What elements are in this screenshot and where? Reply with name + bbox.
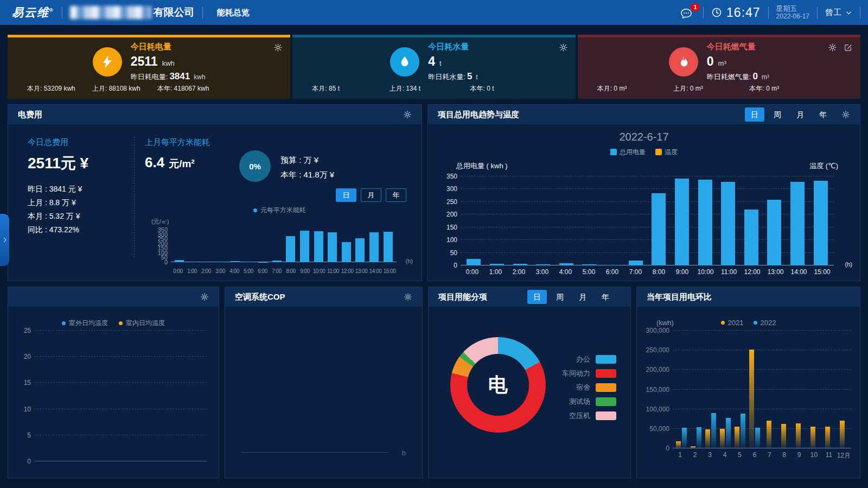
plot-area: 050100150200250300350 xyxy=(461,176,834,265)
bar xyxy=(675,179,689,265)
donut-center-label: 电 xyxy=(488,372,508,398)
legend-dot xyxy=(62,321,66,325)
y-tick-label: 200 xyxy=(439,211,457,218)
legend-item-power[interactable]: 总用电量 xyxy=(610,148,646,157)
bar-2022 xyxy=(682,428,687,448)
tab-year[interactable]: 年 xyxy=(386,188,406,202)
settings-gear-icon[interactable] xyxy=(828,43,837,52)
temperature-legend: 室外日均温度 室内日均温度 xyxy=(8,319,219,328)
user-menu[interactable]: 曾工 xyxy=(825,8,852,18)
compare-panel-body: (kwh) 2021 2022 050,000100,000150,000200… xyxy=(637,307,860,478)
settings-gear-icon[interactable] xyxy=(200,293,209,301)
tab-year[interactable]: 年 xyxy=(596,290,615,304)
y-tick-label: 0 xyxy=(641,445,669,452)
edit-icon[interactable] xyxy=(844,43,853,52)
bar-slot xyxy=(367,230,381,262)
panel-title: 当年项目用电环比 xyxy=(647,292,712,302)
bar-group xyxy=(835,331,850,448)
kpi-cards-row: 今日耗电量 2511kwh 昨日耗电量:3841kwh 本月: 53209 kw… xyxy=(8,35,860,99)
legend-item-2021[interactable]: 2021 xyxy=(721,319,744,327)
x-axis-labels: 0:001:002:003:004:005:006:007:008:009:00… xyxy=(171,265,397,274)
date-label: 2022-06-17 xyxy=(776,12,809,21)
temperature-chart: 0510152025 xyxy=(34,331,207,461)
bar-group xyxy=(806,331,820,448)
x-axis-unit: (h) xyxy=(406,258,413,264)
water-drop-icon xyxy=(390,47,419,77)
legend-item[interactable]: 测试场 xyxy=(562,397,616,407)
legend-item-outdoor[interactable]: 室外日均温度 xyxy=(62,319,108,328)
yesterday-unit: t xyxy=(476,73,477,81)
tab-week[interactable]: 周 xyxy=(550,290,570,304)
gridline xyxy=(34,409,207,409)
budget-block: 预算 : 万 ¥ 本年 : 41.8万 ¥ xyxy=(280,153,334,182)
divider xyxy=(768,7,769,18)
fee-row-yoy: 同比 : 473.22% xyxy=(28,223,88,237)
tab-year[interactable]: 年 xyxy=(813,107,833,122)
settings-gear-icon[interactable] xyxy=(559,43,568,52)
legend-item-indoor[interactable]: 室内日均温度 xyxy=(119,319,165,328)
bar-2022 xyxy=(741,414,745,448)
current-time: 16:47 xyxy=(726,5,761,20)
nav-item-energy-overview[interactable]: 能耗总览 xyxy=(210,8,256,18)
x-axis-line xyxy=(34,461,207,461)
tab-week[interactable]: 周 xyxy=(768,107,787,122)
bar xyxy=(814,181,828,265)
bar xyxy=(286,236,295,262)
x-tick-label: 7:00 xyxy=(270,265,284,274)
panel-title: 空调系统COP xyxy=(235,292,285,302)
tab-day[interactable]: 日 xyxy=(745,107,764,122)
legend-item[interactable]: 空压机 xyxy=(562,411,616,421)
tab-month[interactable]: 月 xyxy=(573,290,592,304)
bar-slot xyxy=(647,176,671,265)
tab-month[interactable]: 月 xyxy=(790,107,810,122)
budget-year-row: 本年 : 41.8万 ¥ xyxy=(280,167,334,182)
tab-day[interactable]: 日 xyxy=(336,188,356,202)
bar-slot xyxy=(187,230,201,262)
chat-icon xyxy=(680,8,692,20)
yesterday-unit: kwh xyxy=(194,73,205,81)
settings-gear-icon[interactable] xyxy=(841,110,850,119)
energy-donut-chart: 电 xyxy=(450,337,546,433)
legend-swatch xyxy=(596,411,616,420)
kpi-stats: 本月: 85 t 上月: 134 t 本年: 0 t xyxy=(292,84,575,99)
bar xyxy=(258,262,267,263)
donut-legend: 办公车间动力宿舍测试场空压机 xyxy=(562,354,616,425)
bar xyxy=(328,232,337,262)
y-tick-label: 200,000 xyxy=(641,366,669,373)
tab-day[interactable]: 日 xyxy=(527,290,547,304)
bar-2022 xyxy=(697,427,701,448)
y-tick-label: 150 xyxy=(439,224,457,231)
x-tick-label: 4 xyxy=(717,448,732,460)
settings-gear-icon[interactable] xyxy=(403,110,412,119)
sidebar-expand-toggle[interactable] xyxy=(0,214,9,266)
bar-2021 xyxy=(749,350,754,448)
divider xyxy=(817,7,818,18)
energy-breakdown-panel: 项目用能分项 日 周 月 年 电 办公车间动力宿舍测试场空压机 xyxy=(428,287,631,478)
trend-panel-body: 2022-6-17 总用电量 温度 总用电量 ( kwh ) 温度 (℃) 05… xyxy=(428,124,860,281)
x-tick-label: 0:00 xyxy=(171,265,185,274)
y-tick-label: 15 xyxy=(18,379,31,386)
x-tick-label: 10 xyxy=(807,448,821,460)
kpi-main: 今日耗电量 2511kwh 昨日耗电量:3841kwh xyxy=(8,37,290,84)
legend-item[interactable]: 办公 xyxy=(562,354,616,364)
bar-slot xyxy=(256,230,270,262)
legend-item[interactable]: 宿舍 xyxy=(562,383,616,392)
yearly-compare-panel: 当年项目用电环比 (kwh) 2021 2022 050,000100,0001… xyxy=(636,287,860,478)
settings-gear-icon[interactable] xyxy=(273,43,283,52)
y-axis-unit: (元/㎡) xyxy=(151,218,169,226)
messages-button[interactable]: 1 xyxy=(680,5,695,20)
legend-item[interactable]: 车间动力 xyxy=(562,369,616,378)
x-tick-label: 10:00 xyxy=(694,265,717,276)
legend-item-temperature[interactable]: 温度 xyxy=(655,148,678,157)
bar xyxy=(216,262,226,262)
tab-month[interactable]: 月 xyxy=(361,188,381,202)
today-fee-label: 今日总费用 xyxy=(28,137,88,148)
settings-gear-icon[interactable] xyxy=(404,293,412,301)
bar xyxy=(629,261,643,265)
panel-header: 当年项目用电环比 xyxy=(637,287,860,307)
bar-2021 xyxy=(676,441,681,448)
legend-item-2022[interactable]: 2022 xyxy=(754,319,776,327)
bars-layer xyxy=(171,230,397,262)
stat-year: 本年: 418067 kwh xyxy=(157,84,209,93)
kpi-card-water: 今日耗水量 4t 昨日耗水量:5t 本月: 85 t 上月: 134 t 本年:… xyxy=(292,35,575,99)
